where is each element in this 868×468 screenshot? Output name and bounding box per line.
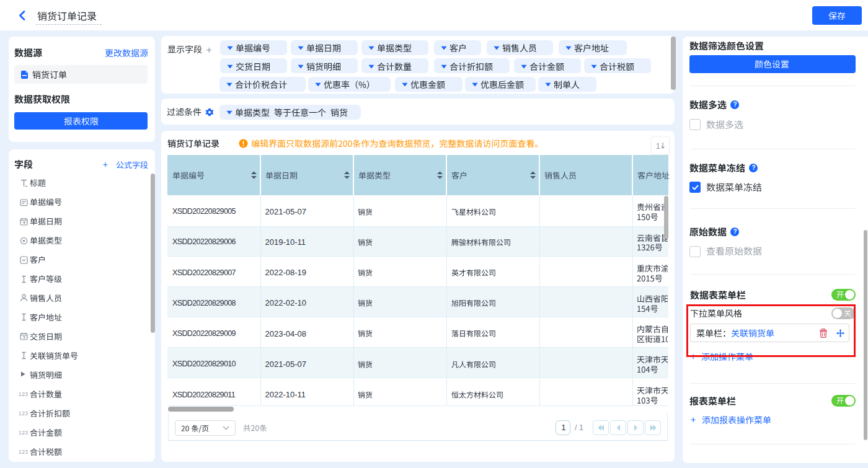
svg-text:?: ? [752,164,756,171]
svg-text:?: ? [733,101,737,108]
svg-text:?: ? [733,228,737,235]
svg-text:1: 1 [656,142,660,151]
